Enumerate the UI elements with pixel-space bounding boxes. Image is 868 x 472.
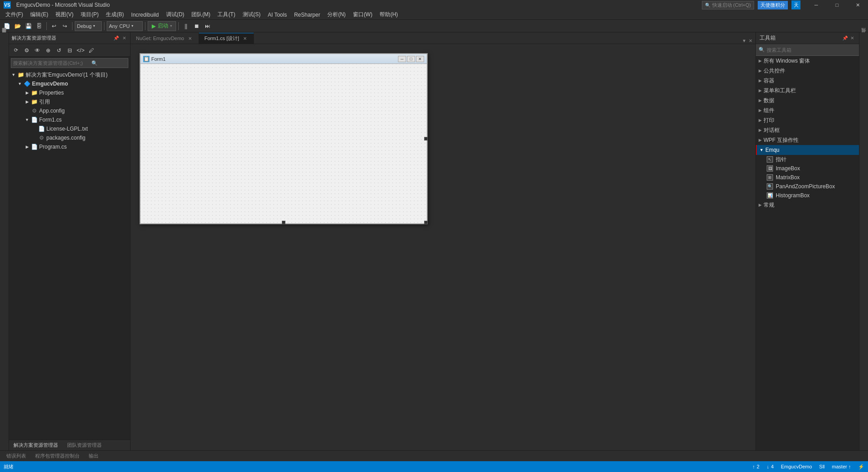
form-close-btn[interactable]: ✕ [416, 56, 424, 62]
tab-form1-close[interactable]: ✕ [242, 36, 248, 42]
project-node[interactable]: ▼ 🔷 EmgucvDemo [9, 79, 130, 88]
toolbox-item-histogram[interactable]: 📊 HistogramBox [756, 191, 859, 200]
toolbox-search-input[interactable] [767, 47, 856, 53]
menu-debug[interactable]: 调试(D) [163, 10, 188, 19]
doc-close-btn[interactable]: ✕ [747, 37, 754, 44]
open-file-btn[interactable]: 📂 [13, 21, 23, 31]
se-show-all-btn[interactable]: 👁 [32, 45, 42, 55]
close-button[interactable]: ✕ [847, 0, 868, 10]
form-designer-window[interactable]: 📋 Form1 ─ □ ✕ [140, 53, 428, 224]
menu-help[interactable]: 帮助(H) [376, 10, 402, 19]
resize-handle-corner[interactable] [424, 221, 428, 224]
form1cs-node[interactable]: ▼ 📄 Form1.cs [9, 115, 130, 124]
se-close-btn[interactable]: ✕ [121, 35, 127, 41]
se-pin-btn[interactable]: 📌 [113, 35, 119, 41]
form-minimize-btn[interactable]: ─ [398, 56, 406, 62]
menu-tools[interactable]: 工具(T) [214, 10, 239, 19]
minimize-button[interactable]: ─ [806, 0, 827, 10]
tab-output[interactable]: 输出 [84, 451, 103, 461]
doc-tabs-menu-btn[interactable]: ▼ [741, 37, 747, 44]
se-filter-btn[interactable]: ⊕ [43, 45, 53, 55]
se-tab-team[interactable]: 团队资源管理器 [63, 440, 106, 451]
toolbar-btn-misc3[interactable]: ⏭ [203, 21, 212, 31]
toolbox-item-panzoom[interactable]: 🔍 PanAndZoomPictureBox [756, 182, 859, 191]
packages-node[interactable]: ⚙ packages.config [9, 133, 130, 142]
debug-mode-dropdown[interactable]: Debug ▾ [75, 21, 102, 31]
platform-dropdown[interactable]: Any CPU ▾ [107, 21, 143, 31]
server-explorer-strip[interactable]: 服务器资源管理器 [0, 32, 9, 40]
menu-team[interactable]: 团队(M) [188, 10, 214, 19]
window-controls[interactable]: ─ □ ✕ [806, 0, 868, 10]
menu-project[interactable]: 项目(P) [77, 10, 102, 19]
status-down-count[interactable]: ↓ 4 [767, 464, 774, 470]
status-lightning[interactable]: ⚡ [858, 464, 864, 470]
resize-handle-right[interactable] [424, 137, 428, 141]
form-body[interactable] [140, 64, 427, 223]
menu-build[interactable]: 生成(B) [102, 10, 127, 19]
se-view-code-btn[interactable]: </> [76, 45, 86, 55]
tab-package-manager[interactable]: 程序包管理器控制台 [31, 451, 84, 461]
se-sync-btn[interactable]: ⟳ [11, 45, 21, 55]
status-sll[interactable]: Sll [819, 464, 825, 470]
se-tab-solution[interactable]: 解决方案资源管理器 [9, 440, 63, 451]
resize-handle-bottom[interactable] [282, 221, 285, 224]
save-btn[interactable]: 💾 [23, 21, 33, 31]
start-button[interactable]: ▶ 启动 ▾ [148, 21, 176, 31]
menu-test[interactable]: 测试(S) [239, 10, 264, 19]
menu-analyze[interactable]: 分析(N) [324, 10, 349, 19]
status-git-branch[interactable]: master ↑ [832, 464, 851, 470]
se-refresh-btn[interactable]: ↺ [54, 45, 64, 55]
toolbar-btn-misc2[interactable]: ⏹ [192, 21, 202, 31]
restore-button[interactable]: □ [827, 0, 847, 10]
toolbox-close-btn[interactable]: ✕ [849, 35, 855, 41]
status-up-count[interactable]: ↑ 2 [752, 464, 760, 470]
references-node[interactable]: ▶ 📁 引用 [9, 97, 130, 106]
properties-strip[interactable]: 属性 [859, 32, 868, 40]
appconfig-node[interactable]: ⚙ App.config [9, 106, 130, 115]
toolbox-group-component[interactable]: ▶ 组件 [756, 105, 859, 115]
tab-nuget[interactable]: NuGet: EmgucvDemo ✕ [131, 33, 199, 44]
programcs-node[interactable]: ▶ 📄 Program.cs [9, 142, 130, 151]
redo-btn[interactable]: ↪ [60, 21, 70, 31]
menu-view[interactable]: 视图(V) [52, 10, 77, 19]
se-search-input[interactable] [13, 60, 90, 66]
toolbox-group-emqu[interactable]: ▼ Emqu [756, 145, 859, 155]
menu-ai-tools[interactable]: AI Tools [264, 11, 290, 19]
toolbox-group-container[interactable]: ▶ 容器 [756, 76, 859, 86]
save-all-btn[interactable]: 🗄 [34, 21, 44, 31]
toolbox-item-matrixbox[interactable]: ⊞ MatrixBox [756, 173, 859, 182]
license-node[interactable]: 📄 License-LGPL.txt [9, 124, 130, 133]
toolbox-group-all-windows[interactable]: ▶ 所有 Windows 窗体 [756, 56, 859, 66]
toolbox-item-imagebox[interactable]: 🖼 ImageBox [756, 164, 859, 173]
tab-error-list[interactable]: 错误列表 [2, 451, 31, 461]
quick-launch-text[interactable]: 快速启动 (Ctrl+Q) [712, 2, 751, 9]
toolbox-group-general[interactable]: ▶ 常规 [756, 200, 859, 210]
se-designer-btn[interactable]: 🖊 [86, 45, 96, 55]
toolbox-group-dialog[interactable]: ▶ 对话框 [756, 125, 859, 135]
solution-node[interactable]: ▼ 📁 解决方案'EmgucvDemo'(1 个项目) [9, 70, 130, 79]
user-icon-badge[interactable]: 天 [791, 0, 800, 9]
design-canvas[interactable]: 📋 Form1 ─ □ ✕ [131, 44, 755, 450]
toolbar-btn-misc1[interactable]: || [181, 21, 191, 31]
menu-window[interactable]: 窗口(W) [349, 10, 376, 19]
toolbox-group-data[interactable]: ▶ 数据 [756, 95, 859, 105]
user-badge[interactable]: 天使微积分 [758, 1, 788, 9]
se-collapse-btn[interactable]: ⊟ [65, 45, 75, 55]
toolbox-pin-btn[interactable]: 📌 [842, 35, 848, 41]
toolbox-group-print[interactable]: ▶ 打印 [756, 115, 859, 125]
properties-node[interactable]: ▶ 📁 Properties [9, 88, 130, 97]
toolbox-group-wpf[interactable]: ▶ WPF 互操作性 [756, 135, 859, 145]
status-project-name[interactable]: EmgucvDemo [781, 464, 812, 470]
menu-edit[interactable]: 编辑(E) [27, 10, 52, 19]
menu-file[interactable]: 文件(F) [2, 10, 27, 19]
tab-form1-design[interactable]: Form1.cs [设计] ✕ [199, 33, 254, 44]
se-properties-btn[interactable]: ⚙ [22, 45, 32, 55]
form-maximize-btn[interactable]: □ [407, 56, 415, 62]
tab-nuget-close[interactable]: ✕ [187, 35, 193, 41]
menu-incredibuild[interactable]: Incredibuild [127, 11, 162, 19]
toolbox-group-common[interactable]: ▶ 公共控件 [756, 66, 859, 76]
menu-resharper[interactable]: ReSharper [290, 11, 324, 19]
toolbox-item-pointer[interactable]: ↖ 指针 [756, 155, 859, 164]
toolbox-group-menu[interactable]: ▶ 菜单和工具栏 [756, 86, 859, 95]
new-project-btn[interactable]: 📄 [2, 21, 12, 31]
